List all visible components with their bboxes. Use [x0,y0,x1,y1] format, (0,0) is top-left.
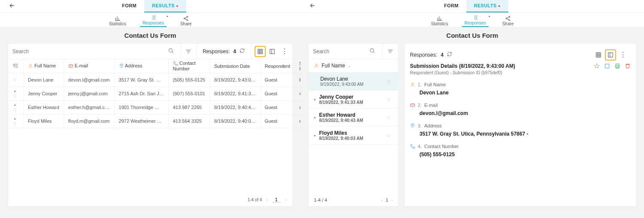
col-header-submission-date[interactable]: Submission Date [210,59,260,73]
col-header-email[interactable]: E-mail [64,59,114,73]
grid-view-button[interactable] [255,47,265,56]
filter-button[interactable] [383,44,398,59]
panel-view-button[interactable] [267,47,277,56]
list-item[interactable]: ● Esther Howard 8/19/2022, 9:40:43 AM ☆ [309,109,398,127]
tab-form[interactable]: FORM [114,0,144,12]
panel-view-button[interactable] [606,50,615,60]
star-icon[interactable]: ☆ [386,97,391,103]
note-icon[interactable] [604,63,610,70]
field-number: 2. [418,103,422,108]
responses-table: Full Name E-mail Address [8,59,301,128]
star-icon[interactable]: ☆ [12,107,17,113]
field-label: Contact Number [424,144,459,149]
list-item[interactable]: Devon Lane 8/19/2022, 9:43:00 AM ☆ [309,73,398,91]
list-page: 1 [386,197,388,203]
table-row[interactable]: ● ☆ Jenny Cooper jenny.j@gmail.com 2715 … [8,87,301,100]
trash-icon[interactable] [625,63,631,70]
cell-address: 1901 Thornridge … [119,105,164,110]
svg-point-20 [412,83,413,85]
refresh-icon[interactable] [240,48,245,54]
table-row[interactable]: ● ☆ Esther Howard esther.h@gmail.c… 1901… [8,100,301,114]
star-icon[interactable]: ☆ [386,115,391,121]
kebab-icon[interactable]: ⋮ [620,51,626,59]
left-pane: FORM RESULTS ● Statistics Responses ● Sh [0,0,301,218]
star-icon[interactable] [594,63,600,70]
select-all-header[interactable] [8,59,24,73]
field-value: (505) 555-0125 [419,151,631,157]
tab-form[interactable]: FORM [436,0,466,12]
content: Contact Us Form Responses: 4 [0,27,301,218]
list-item-name: Devon Lane [320,76,383,82]
svg-point-0 [187,16,188,17]
star-icon[interactable]: ☆ [12,121,17,127]
subtab-share[interactable]: Share [500,15,516,27]
svg-point-10 [506,18,507,19]
detail-field: 4. Contact Number (505) 555-0125 [410,144,631,157]
col-header-respondent[interactable]: Respondent [260,59,295,73]
search-icon[interactable] [367,48,378,55]
detail-toolbar: Responses: 4 [410,49,631,61]
svg-point-6 [30,64,31,66]
unread-dot-icon: ● [14,117,15,120]
col-header-submission-id[interactable]: Submission ID [295,59,301,73]
search-icon[interactable] [165,48,176,55]
refresh-icon[interactable] [447,51,452,58]
detail-actions [594,63,631,70]
cell-address: 2972 Westheimer … [119,118,164,124]
subtab-statistics[interactable]: Statistics [106,15,129,27]
star-icon[interactable]: ☆ [12,77,17,83]
cell-full-name: Esther Howard [28,105,59,110]
search-input[interactable] [12,48,165,54]
paginator-next-icon[interactable]: › [285,197,286,202]
subtab-responses[interactable]: Responses ● [462,14,489,27]
tab-results[interactable]: RESULTS ● [144,0,186,12]
star-icon[interactable]: ☆ [12,93,17,99]
svg-rect-5 [270,49,275,54]
grid-view-button[interactable] [594,50,603,60]
cell-respondent: Guest [265,91,277,96]
mail-icon [410,103,415,108]
list-prev-icon[interactable]: ‹ [381,197,383,203]
col-header-contact-number[interactable]: Contact Number [168,59,210,73]
list-footer: 1-4 / 4 ‹ 1 › [309,194,398,206]
share-icon [183,15,189,21]
list-item[interactable]: ● Jenny Cooper 8/19/2022, 9:41:33 AM ☆ [309,91,398,109]
search-box [309,44,383,59]
cell-respondent: Guest [265,77,277,82]
pin-icon [410,123,415,128]
submission-detail-sub: Respondent (Guest) - Submission ID (b975… [410,70,515,75]
filter-button[interactable] [181,44,197,59]
star-icon[interactable]: ☆ [386,133,391,139]
paginator-page-input[interactable] [272,197,281,203]
subtab-share[interactable]: Share [178,15,194,27]
cell-respondent: Guest [265,118,277,124]
svg-point-12 [370,48,374,52]
right-pane: FORM RESULTS ● Statistics Responses ● Sh [301,0,644,218]
list-icon [150,15,156,21]
subtab-statistics[interactable]: Statistics [428,15,451,27]
list-toolbar [309,44,398,59]
print-icon[interactable] [614,63,620,70]
back-arrow-icon[interactable] [9,2,15,11]
paginator-range: 1-4 of 4 [247,197,262,202]
col-header-full-name[interactable]: Full Name [24,59,64,73]
cell-contact-number: 413 564 3325 [173,118,205,124]
table-row[interactable]: ● ☆ Floyd Miles floyd.m@gmail.com 2972 W… [8,114,301,128]
table-row[interactable]: ☆ Devon Lane devon.l@gmail.com 3517 W. G… [8,73,301,87]
list-next-icon[interactable]: › [391,197,393,203]
unread-dot-icon: ● [314,116,316,119]
list-item[interactable]: ● Floyd Miles 8/19/2022, 9:40:03 AM ☆ [309,127,398,145]
back-arrow-icon[interactable] [309,2,316,11]
responses-list-panel: Full Name ⌄ Devon Lane 8/19/2022, 9:43:0… [308,43,398,206]
phone-icon [410,144,415,149]
subtab-responses[interactable]: Responses ● [140,14,167,27]
col-header-address[interactable]: Address [114,59,168,73]
list-sort-header[interactable]: Full Name ⌄ [309,59,398,73]
paginator-prev-icon[interactable]: ‹ [266,197,267,202]
cell-address: 2715 Ash Dr. San J… [119,91,164,96]
kebab-icon[interactable]: ⋮ [281,47,288,55]
tab-results[interactable]: RESULTS ● [466,0,508,12]
page-title: Contact Us Form [301,32,644,39]
star-icon[interactable]: ☆ [386,79,391,85]
search-input[interactable] [313,48,367,54]
